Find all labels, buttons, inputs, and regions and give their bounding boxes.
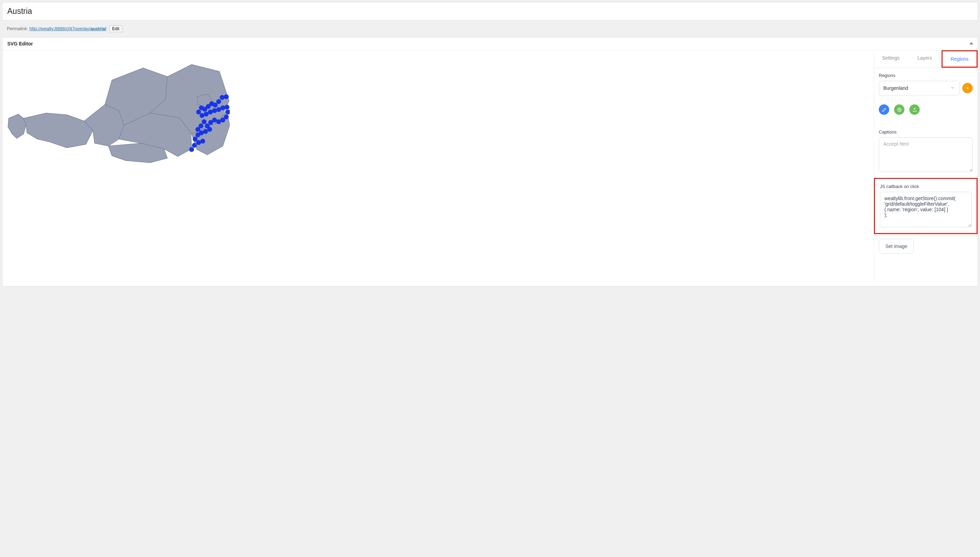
svg-point-33 [192, 143, 197, 148]
upload-region-button[interactable] [909, 104, 920, 115]
svg-point-31 [196, 140, 201, 145]
svg-point-2 [216, 99, 221, 104]
add-region-button[interactable] [962, 83, 973, 93]
js-callback-section: JS callback on click [874, 178, 978, 234]
captions-input[interactable] [879, 137, 973, 172]
edit-region-button[interactable] [879, 104, 889, 115]
region-settings-button[interactable] [894, 104, 904, 115]
post-title-box: Austria [2, 2, 978, 20]
svg-point-1 [224, 94, 229, 99]
svg-point-23 [202, 119, 206, 124]
js-callback-label: JS callback on click [880, 184, 972, 189]
sidebar-tabs: Settings Layers Regions [874, 50, 978, 68]
svg-point-9 [200, 113, 204, 118]
panel-toggle-icon[interactable] [969, 42, 974, 44]
regions-section: Regions Burgenland [874, 68, 978, 120]
svg-point-15 [225, 105, 229, 109]
permalink-row: Permalink: http://wealty:8888/cf47overla… [2, 22, 978, 37]
svg-point-7 [199, 106, 204, 110]
captions-section: Captions [874, 120, 978, 178]
svg-point-29 [195, 132, 200, 137]
svg-point-18 [221, 117, 225, 122]
set-image-button[interactable]: Set image [879, 239, 914, 254]
panel-heading: SVG Editor [2, 37, 978, 50]
svg-point-13 [216, 107, 221, 112]
region-select[interactable]: Burgenland [879, 81, 960, 95]
svg-point-12 [212, 108, 217, 113]
tab-regions[interactable]: Regions [941, 50, 978, 68]
gear-icon [897, 107, 902, 112]
editor-sidebar: Settings Layers Regions Regions Burgenla… [874, 50, 978, 286]
svg-point-30 [193, 137, 198, 142]
svg-point-37 [899, 109, 900, 110]
austria-map-svg [5, 52, 230, 163]
plus-icon [965, 86, 970, 90]
upload-icon [912, 107, 917, 112]
svg-point-19 [216, 119, 221, 124]
tab-layers[interactable]: Layers [908, 50, 942, 68]
svg-point-21 [208, 120, 213, 125]
permalink-label: Permalink: [7, 26, 28, 31]
chevron-down-icon [950, 85, 955, 91]
svg-point-8 [196, 109, 201, 114]
tab-settings[interactable]: Settings [874, 50, 908, 68]
pen-icon [882, 107, 886, 112]
svg-editor-panel: SVG Editor [2, 37, 978, 287]
edit-slug-button[interactable]: Edit [109, 25, 123, 32]
svg-point-25 [195, 127, 200, 132]
svg-point-0 [220, 95, 225, 100]
svg-point-32 [200, 139, 205, 143]
map-canvas[interactable] [2, 50, 874, 286]
svg-point-11 [208, 109, 213, 114]
post-title: Austria [7, 7, 973, 16]
svg-point-34 [189, 147, 194, 152]
permalink-link[interactable]: http://wealty:8888/cf47overlay/austria/ [29, 26, 106, 31]
region-select-value: Burgenland [883, 85, 908, 91]
svg-point-10 [204, 112, 209, 117]
regions-label: Regions [879, 73, 973, 78]
captions-label: Captions [879, 129, 973, 135]
svg-point-28 [207, 127, 212, 132]
set-image-section: Set image [874, 234, 978, 258]
js-callback-input[interactable] [880, 192, 972, 227]
svg-point-14 [221, 106, 225, 110]
svg-point-27 [203, 129, 208, 134]
